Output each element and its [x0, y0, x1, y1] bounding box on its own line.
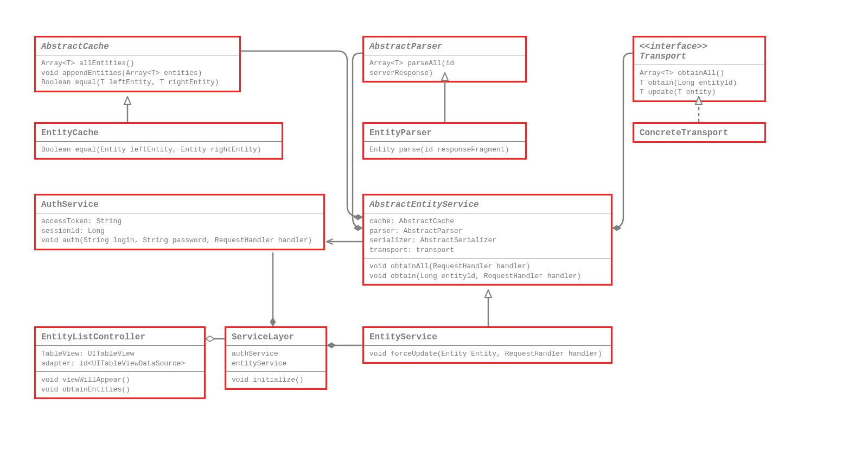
method: Array<T> allEntities(): [41, 59, 234, 68]
attribute: sessionld: Long: [41, 226, 318, 236]
method: void obtainAll(RequestHandler handler): [369, 262, 605, 271]
attribute: cache: AbstractCache: [369, 217, 605, 226]
method: Entity parse(id responseFragment): [369, 145, 520, 155]
method: void viewWillAppear(): [41, 375, 199, 385]
class-title: EntityListController: [36, 328, 204, 346]
method: void obtain(Long entityld, RequestHandle…: [369, 271, 605, 281]
class-methods: void initialize(): [226, 371, 326, 388]
attribute: adapter: id<UITableViewDataSource>: [41, 359, 199, 369]
class-title: EntityService: [364, 328, 611, 346]
rel-composition: [353, 53, 362, 228]
class-attributes: accessToken: String sessionld: Long void…: [36, 213, 323, 249]
attribute: serializer: AbstractSerializer: [369, 236, 605, 245]
class-entity-service: EntityService void forceUpdate(Entity En…: [362, 326, 612, 364]
class-concrete-transport: ConcreteTransport: [633, 122, 766, 143]
class-attributes: TableView: UITableView adapter: id<UITab…: [36, 346, 204, 371]
class-methods: void forceUpdate(Entity Entity, RequestH…: [364, 346, 611, 362]
attribute: entityService: [232, 359, 320, 369]
method: void initialize(): [232, 375, 320, 385]
class-title: AuthService: [36, 195, 323, 213]
method: Boolean equal(T leftEntity, T rightEntit…: [41, 78, 234, 87]
method: Boolean equal(Entity leftEntity, Entity …: [41, 145, 276, 155]
class-methods: Array<T> obtainAll() T obtain(Long entit…: [634, 65, 764, 100]
attribute: transport: transport: [369, 245, 605, 255]
class-abstract-entity-service: AbstractEntityService cache: AbstractCac…: [362, 194, 612, 286]
method: void obtainEntities(): [41, 385, 199, 395]
rel-composition: [612, 53, 633, 228]
attribute: accessToken: String: [41, 217, 318, 226]
class-methods: Array<T> parseAll(id serverResponse): [364, 55, 525, 81]
class-abstract-parser: AbstractParser Array<T> parseAll(id serv…: [362, 36, 527, 83]
method: T update(T entity): [640, 87, 759, 97]
class-title: AbstractCache: [36, 37, 239, 55]
uml-diagram: AbstractCache Array<T> allEntities() voi…: [0, 0, 868, 455]
class-title: EntityParser: [364, 124, 525, 142]
class-entity-cache: EntityCache Boolean equal(Entity leftEnt…: [34, 122, 283, 160]
method: void appendEntities(Array<T> entities): [41, 68, 234, 78]
attribute: TableView: UITableView: [41, 349, 199, 359]
class-methods: Entity parse(id responseFragment): [364, 142, 525, 158]
class-entity-parser: EntityParser Entity parse(id responseFra…: [362, 122, 527, 160]
class-transport: <<interface>> Transport Array<T> obtainA…: [633, 36, 766, 102]
class-title: ServiceLayer: [226, 328, 326, 346]
class-auth-service: AuthService accessToken: String sessionl…: [34, 194, 325, 250]
attribute: authService: [232, 349, 320, 359]
class-attributes: authService entityService: [226, 346, 326, 371]
class-methods: void viewWillAppear() void obtainEntitie…: [36, 371, 204, 397]
class-methods: Array<T> allEntities() void appendEntiti…: [36, 55, 239, 91]
class-title: AbstractParser: [364, 37, 525, 55]
method: Array<T> parseAll(id serverResponse): [369, 59, 520, 78]
method: void forceUpdate(Entity Entity, RequestH…: [369, 349, 605, 359]
class-title: AbstractEntityService: [364, 195, 611, 213]
attribute: void auth(String login, String password,…: [41, 236, 318, 245]
class-methods: void obtainAll(RequestHandler handler) v…: [364, 258, 611, 284]
class-service-layer: ServiceLayer authService entityService v…: [225, 326, 327, 390]
class-entity-list-controller: EntityListController TableView: UITableV…: [34, 326, 206, 399]
method: Array<T> obtainAll(): [640, 68, 759, 78]
attribute: parser: AbstractParser: [369, 226, 605, 236]
class-title: <<interface>> Transport: [634, 37, 764, 65]
class-attributes: cache: AbstractCache parser: AbstractPar…: [364, 213, 611, 258]
method: T obtain(Long entityld): [640, 78, 759, 88]
class-methods: Boolean equal(Entity leftEntity, Entity …: [36, 142, 282, 158]
class-abstract-cache: AbstractCache Array<T> allEntities() voi…: [34, 36, 241, 92]
class-title: ConcreteTransport: [634, 124, 764, 141]
class-title: EntityCache: [36, 124, 282, 142]
